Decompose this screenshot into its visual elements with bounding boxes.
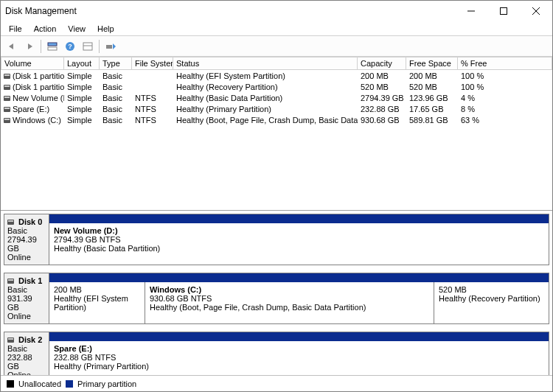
cell-volume: New Volume (D:) — [1, 94, 64, 102]
minimize-button[interactable] — [455, 1, 487, 21]
graphical-view: Disk 0Basic2794.39 GBOnlineNew Volume (D… — [1, 211, 552, 375]
col-layout[interactable]: Layout — [64, 57, 100, 70]
disk-name: Disk 0 — [18, 217, 42, 226]
col-type[interactable]: Type — [100, 57, 132, 70]
cell-pct: 8 % — [458, 105, 552, 113]
cell-volume: (Disk 1 partition 1) — [1, 71, 64, 80]
cell-free: 17.65 GB — [406, 105, 458, 113]
title-bar[interactable]: Disk Management — [1, 1, 552, 21]
volume-list-header: Volume Layout Type File System Status Ca… — [1, 57, 552, 70]
disk-icon — [7, 220, 14, 225]
back-button[interactable] — [4, 38, 20, 55]
view-top-button[interactable] — [44, 38, 60, 55]
partition-sub: 232.88 GB NTFS — [54, 353, 480, 362]
cell-status: Healthy (EFI System Partition) — [173, 71, 358, 80]
col-volume[interactable]: Volume — [1, 57, 64, 70]
legend-swatch-primary — [66, 380, 73, 388]
partition-bar — [49, 332, 549, 341]
cell-type: Basic — [100, 71, 132, 80]
disk-row: Disk 2Basic232.88 GBOnlineSpare (E:)232.… — [4, 332, 549, 375]
volume-row[interactable]: (Disk 1 partition 1)SimpleBasicHealthy (… — [1, 70, 552, 81]
cell-layout: Simple — [64, 116, 100, 125]
cell-capacity: 200 MB — [358, 71, 406, 80]
disk-info[interactable]: Disk 0Basic2794.39 GBOnline — [4, 214, 49, 265]
partition-block[interactable]: Spare (E:)232.88 GB NTFSHealthy (Primary… — [49, 341, 484, 375]
cell-status: Healthy (Basic Data Partition) — [173, 94, 358, 102]
cell-fs: NTFS — [132, 94, 173, 102]
partition-bar — [49, 273, 549, 282]
volume-list: Volume Layout Type File System Status Ca… — [1, 57, 552, 211]
volume-row[interactable]: Spare (E:)SimpleBasicNTFSHealthy (Primar… — [1, 103, 552, 114]
partition-sub: 930.68 GB NTFS — [150, 294, 429, 303]
cell-free: 589.81 GB — [406, 116, 458, 125]
col-status[interactable]: Status — [173, 57, 358, 70]
action-button[interactable] — [102, 38, 119, 55]
menu-action[interactable]: Action — [29, 23, 62, 35]
disk-type: Basic — [7, 226, 46, 235]
cell-pct: 100 % — [458, 83, 552, 91]
menu-view[interactable]: View — [63, 23, 91, 35]
partition-block[interactable]: Windows (C:)930.68 GB NTFSHealthy (Boot,… — [145, 282, 434, 323]
partition-status: Healthy (Primary Partition) — [54, 362, 480, 371]
col-capacity[interactable]: Capacity — [358, 57, 406, 70]
cell-type: Basic — [100, 116, 132, 125]
disk-blocks: 200 MBHealthy (EFI System Partition)Wind… — [49, 273, 549, 324]
menu-file[interactable]: File — [4, 23, 27, 35]
partition-sub: 200 MB — [54, 285, 140, 294]
disk-icon — [7, 337, 14, 343]
svg-rect-10 — [106, 45, 112, 49]
disk-blocks: New Volume (D:)2794.39 GB NTFSHealthy (B… — [49, 214, 549, 265]
volume-row[interactable]: (Disk 1 partition 4)SimpleBasicHealthy (… — [1, 81, 552, 92]
partition-title: Windows (C:) — [150, 285, 429, 294]
volume-icon — [4, 107, 10, 112]
disk-name: Disk 1 — [18, 276, 42, 285]
cell-free: 200 MB — [406, 71, 458, 80]
partition-bar — [49, 214, 549, 223]
col-free[interactable]: Free Space — [406, 57, 458, 70]
cell-capacity: 930.68 GB — [358, 116, 406, 125]
col-pctfree[interactable]: % Free — [458, 57, 552, 70]
disk-type: Basic — [7, 285, 46, 294]
close-button[interactable] — [520, 1, 552, 21]
volume-row[interactable]: New Volume (D:)SimpleBasicNTFSHealthy (B… — [1, 92, 552, 103]
partition-block[interactable]: 200 MBHealthy (EFI System Partition) — [49, 282, 145, 323]
toolbar-separator — [99, 40, 100, 53]
cell-status: Healthy (Boot, Page File, Crash Dump, Ba… — [173, 116, 358, 125]
legend-swatch-unallocated — [7, 380, 14, 388]
cell-layout: Simple — [64, 94, 100, 102]
volume-row[interactable]: Windows (C:)SimpleBasicNTFSHealthy (Boot… — [1, 114, 552, 125]
cell-volume: Spare (E:) — [1, 105, 64, 113]
disk-info[interactable]: Disk 2Basic232.88 GBOnline — [4, 332, 49, 375]
disk-size: 232.88 GB — [7, 353, 46, 371]
maximize-button[interactable] — [487, 1, 520, 21]
svg-rect-1 — [501, 8, 507, 15]
menu-help[interactable]: Help — [92, 23, 119, 35]
partition-block[interactable]: New Volume (D:)2794.39 GB NTFSHealthy (B… — [49, 223, 549, 265]
help-button[interactable]: ? — [62, 38, 78, 55]
cell-free: 520 MB — [406, 83, 458, 91]
disk-row: Disk 0Basic2794.39 GBOnlineNew Volume (D… — [4, 214, 549, 265]
cell-layout: Simple — [64, 83, 100, 91]
cell-fs: NTFS — [132, 116, 173, 125]
cell-volume: (Disk 1 partition 4) — [1, 83, 64, 91]
toolbar: ? — [1, 36, 552, 57]
volume-icon — [4, 118, 10, 123]
cell-pct: 100 % — [458, 71, 552, 80]
disk-info[interactable]: Disk 1Basic931.39 GBOnline — [4, 273, 49, 324]
cell-capacity: 2794.39 GB — [358, 94, 406, 102]
menu-bar: File Action View Help — [1, 21, 552, 36]
forward-button[interactable] — [21, 38, 38, 55]
partition-sub: 2794.39 GB NTFS — [54, 235, 544, 244]
cell-pct: 4 % — [458, 94, 552, 102]
volume-icon — [4, 74, 10, 79]
col-filesystem[interactable]: File System — [132, 57, 173, 70]
partition-title: Spare (E:) — [54, 344, 480, 353]
window-title: Disk Management — [5, 6, 455, 16]
disk-size: 931.39 GB — [7, 294, 46, 312]
disk-type: Basic — [7, 344, 46, 353]
disk-icon — [7, 279, 14, 284]
settings-view-button[interactable] — [80, 38, 96, 55]
partition-title: New Volume (D:) — [54, 226, 544, 235]
partition-status: Healthy (EFI System Partition) — [54, 294, 140, 312]
partition-block[interactable]: 520 MBHealthy (Recovery Partition) — [434, 282, 549, 323]
